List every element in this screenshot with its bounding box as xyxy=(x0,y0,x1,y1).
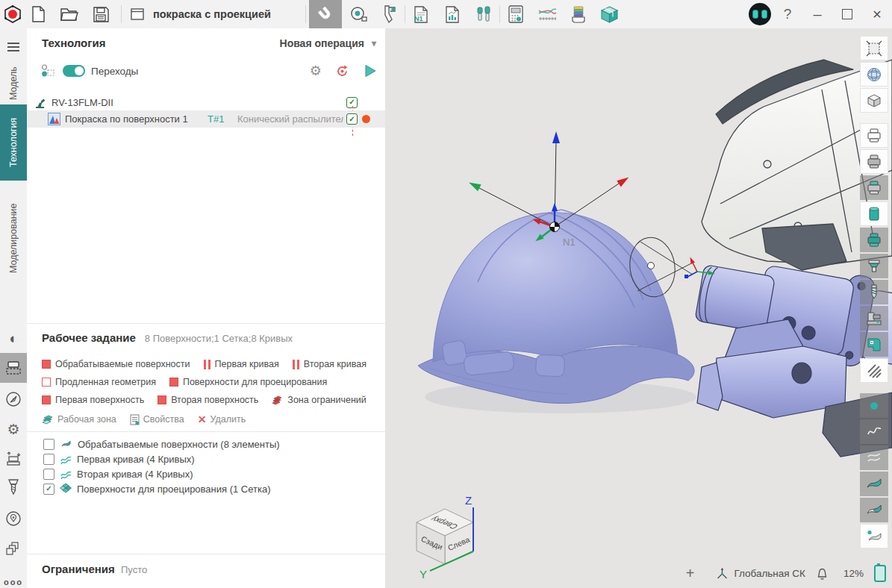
new-operation-button[interactable]: Новая операция ▾ xyxy=(280,37,376,49)
legend-machined-surfaces[interactable]: Обрабатываемые поверхности xyxy=(42,359,190,369)
tool-holder-button-2[interactable] xyxy=(860,149,888,174)
copies-button[interactable] xyxy=(0,536,27,561)
coordinate-system-selector[interactable]: Глобальная СК xyxy=(715,566,805,581)
paint-operation-icon xyxy=(48,113,60,125)
graphs-button[interactable] xyxy=(534,1,560,27)
maximize-button[interactable] xyxy=(832,0,862,28)
new-file-button[interactable] xyxy=(25,1,51,27)
tab-model[interactable]: Модель xyxy=(0,62,27,105)
helmet-model[interactable] xyxy=(418,210,694,403)
save-button[interactable] xyxy=(88,1,113,27)
tool-spool-teal-icon xyxy=(865,231,883,249)
show-surfaces-button[interactable] xyxy=(860,472,888,496)
navigation-button[interactable] xyxy=(0,387,27,412)
gcode-button[interactable]: N1 xyxy=(408,1,434,27)
legend-second-curve[interactable]: Вторая кривая xyxy=(293,359,367,369)
box-3d-icon xyxy=(599,4,620,25)
left-nav-strip: Модель Технология Моделирование ◐ ⚙ ooo xyxy=(0,28,28,588)
iso-box-icon xyxy=(865,92,883,110)
minimize-button[interactable]: – xyxy=(802,0,832,28)
tool-button[interactable] xyxy=(0,475,27,500)
view-cube[interactable]: Сверху Сзади Слева Z Y xyxy=(417,494,473,581)
show-curves-button[interactable] xyxy=(860,419,888,444)
show-mesh-button[interactable] xyxy=(860,524,888,548)
close-button[interactable]: ✕ xyxy=(862,0,892,28)
coordinate-system-icon xyxy=(715,566,729,581)
additive-layers-button[interactable] xyxy=(566,1,591,27)
tools-library-button[interactable] xyxy=(471,1,496,27)
operation-settings-button[interactable]: ⚙ xyxy=(310,64,322,78)
machine-view-button[interactable] xyxy=(860,306,888,331)
assistant-button[interactable] xyxy=(747,1,773,27)
view-toolbar xyxy=(860,36,888,550)
transitions-toggle[interactable] xyxy=(63,65,85,77)
work-zone-button[interactable]: Рабочая зона xyxy=(42,414,116,425)
caliper-button[interactable] xyxy=(376,1,402,27)
calculator-button[interactable] xyxy=(503,1,528,27)
tool-holder-button-1[interactable] xyxy=(860,123,888,148)
3d-viewport[interactable]: N1 Сверху Сзади Слева Z Y xyxy=(385,28,892,588)
run-simulation-button[interactable] xyxy=(363,63,378,78)
machine-sim-button[interactable] xyxy=(860,332,888,357)
job-summary: 8 Поверхности;1 Сетка;8 Кривых xyxy=(145,333,293,344)
properties-button[interactable]: Свойства xyxy=(130,414,184,425)
drill-button[interactable] xyxy=(860,280,888,304)
tool-holder-button-4[interactable] xyxy=(860,228,888,252)
tree-row-machine[interactable]: RV-13FLM-DII ✓ xyxy=(27,94,385,110)
toolpath-hatch-button[interactable] xyxy=(860,358,888,383)
machining-button[interactable] xyxy=(0,353,27,383)
show-waves-button[interactable] xyxy=(860,445,888,470)
display-mode-button[interactable]: ◐ xyxy=(0,325,27,351)
tool-cone-button[interactable] xyxy=(860,254,888,278)
measure-tape-button[interactable] xyxy=(346,1,372,27)
panel-title: Технология xyxy=(42,37,105,49)
open-file-button[interactable] xyxy=(57,1,82,27)
legend-restriction-zone[interactable]: Зона ограничений xyxy=(272,395,366,405)
drill-bit-icon xyxy=(865,284,883,301)
recalculate-button[interactable] xyxy=(335,64,349,78)
marquee-zoom-icon xyxy=(865,40,883,57)
delete-button[interactable]: ✕ Удалить xyxy=(198,413,246,425)
settings-button[interactable]: ⚙ xyxy=(0,416,27,442)
tab-technology[interactable]: Технология xyxy=(0,104,27,181)
svg-text:N1: N1 xyxy=(414,15,423,22)
tool-cylinder-button[interactable] xyxy=(860,201,888,226)
teal-stack-icon xyxy=(42,414,54,425)
job-item-label: Обрабатываемые поверхности (8 элементы) xyxy=(78,439,280,450)
main-menu-button[interactable] xyxy=(0,34,27,60)
origin-label: N1 xyxy=(563,237,576,248)
legend-first-curve[interactable]: Первая кривая xyxy=(204,359,279,369)
job-item-checkbox[interactable]: ✓ xyxy=(43,469,54,480)
tool-holder-button-3[interactable] xyxy=(860,175,888,200)
operation-enabled-checkbox[interactable]: ✓ xyxy=(346,113,358,125)
contrast-icon: ◐ xyxy=(9,331,17,345)
zoom-window-button[interactable] xyxy=(860,36,888,60)
tool-badge[interactable]: Т#1 xyxy=(208,113,224,125)
tab-modeling[interactable]: Моделирование xyxy=(0,182,27,294)
curve-outline-icon xyxy=(865,423,883,441)
tree-row-operation[interactable]: Покраска по поверхности 1 Т#1 Конический… xyxy=(27,110,385,128)
legend-second-surface[interactable]: Вторая поверхность xyxy=(157,395,258,405)
help-button[interactable]: ? xyxy=(773,0,802,28)
show-faces-button[interactable] xyxy=(860,498,888,522)
report-button[interactable] xyxy=(440,1,465,27)
feeds-speeds-button[interactable] xyxy=(0,506,27,531)
job-actions-row: Рабочая зона Свойства ✕ Удалить xyxy=(42,412,379,427)
toolbar-separator xyxy=(305,5,306,23)
job-item-checkbox[interactable]: ✓ xyxy=(43,439,54,450)
legend-projection-surfaces[interactable]: Поверхности для проецирования xyxy=(169,377,327,387)
wireframe-box-button[interactable] xyxy=(860,88,888,113)
legend-extended-geometry[interactable]: Продленная геометрия xyxy=(42,377,156,387)
job-item-checkbox[interactable]: ✓ xyxy=(43,454,54,465)
stock-box-button[interactable] xyxy=(597,1,623,27)
more-options-button[interactable]: ooo xyxy=(0,569,27,588)
add-cs-button[interactable]: + xyxy=(686,565,695,582)
snap-magnet-button[interactable] xyxy=(309,0,342,28)
workpiece-setup-button[interactable] xyxy=(0,446,27,472)
job-item-checkbox[interactable]: ✓ xyxy=(43,484,54,495)
show-points-button[interactable] xyxy=(860,393,888,418)
shaded-view-button[interactable] xyxy=(860,62,888,87)
legend-first-surface[interactable]: Первая поверхность xyxy=(42,395,144,405)
notifications-bell-icon[interactable] xyxy=(816,567,829,581)
job-item-label: Поверхности для проецирования (1 Сетка) xyxy=(77,484,271,495)
